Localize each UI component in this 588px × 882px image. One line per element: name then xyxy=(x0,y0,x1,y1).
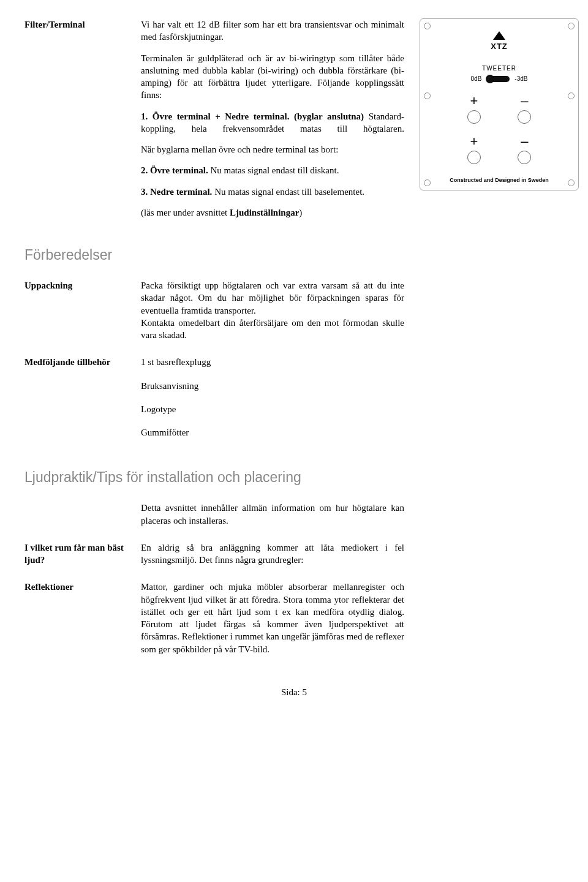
db-3-label: -3dB xyxy=(514,75,527,83)
tips-heading: Ljudpraktik/Tips för installation och pl… xyxy=(24,468,564,487)
terminal-panel-wrap: XTZ TWEETER 0dB -3dB + – xyxy=(410,18,579,227)
screw-icon xyxy=(424,179,431,186)
filter-p6-tail: Nu matas signal endast till baselementet… xyxy=(212,187,364,197)
binding-post-icon xyxy=(518,151,531,164)
terminal-panel: XTZ TWEETER 0dB -3dB + – xyxy=(420,18,579,190)
filter-p5-bold: 2. Övre terminal. xyxy=(141,165,208,175)
plus-icon: + xyxy=(470,94,478,108)
filter-p7-b: Ljudinställningar xyxy=(230,208,299,217)
unpack-p1: Packa försiktigt upp högtalaren och var … xyxy=(141,279,404,317)
accessory-item: Bruksanvisning xyxy=(141,380,404,392)
unpack-p2: Kontakta omedelbart din återförsäljare o… xyxy=(141,317,404,342)
unpack-label: Uppackning xyxy=(24,279,141,341)
binding-post-icon xyxy=(518,110,531,124)
filter-p3: 1. Övre terminal + Nedre terminal. (bygl… xyxy=(141,110,404,135)
unpack-section: Uppackning Packa försiktigt upp högtalar… xyxy=(24,279,564,341)
binding-post-icon xyxy=(467,151,481,164)
reflections-section: Reflektioner Mattor, gardiner och mjuka … xyxy=(24,581,564,655)
room-section: I vilket rum får man bäst ljud? En aldri… xyxy=(24,541,564,567)
tips-intro-body: Detta avsnittet innehåller allmän inform… xyxy=(141,502,410,527)
accessory-item: 1 st basreflexplugg xyxy=(141,356,404,368)
reflections-body: Mattor, gardiner och mjuka möbler absorb… xyxy=(141,581,410,655)
filter-terminal-section: Filter/Terminal Vi har valt ett 12 dB fi… xyxy=(24,18,564,227)
filter-p7: (läs mer under avsnittet Ljudinställning… xyxy=(141,206,404,219)
screw-icon xyxy=(568,92,575,99)
screw-icon xyxy=(424,23,431,29)
accessories-section: Medföljande tillbehör 1 st basreflexplug… xyxy=(24,356,564,450)
filter-p6-bold: 3. Nedre terminal. xyxy=(141,187,212,197)
screw-icon xyxy=(568,23,575,29)
filter-p3-bold: 1. Övre terminal + Nedre terminal. (bygl… xyxy=(141,111,364,121)
upper-post-row xyxy=(429,110,570,124)
room-label: I vilket rum får man bäst ljud? xyxy=(24,541,141,567)
room-body: En aldrig så bra anläggning kommer att l… xyxy=(141,541,410,567)
switch-knob-icon xyxy=(486,75,494,83)
filter-p7-a: (läs mer under avsnittet xyxy=(141,208,230,217)
lower-post-row xyxy=(429,151,570,164)
upper-pm-row: + – xyxy=(429,94,570,108)
logo-triangle-icon xyxy=(493,31,505,40)
xtz-logo: XTZ xyxy=(491,31,508,52)
tweeter-label: TWEETER xyxy=(429,64,570,73)
reflections-label: Reflektioner xyxy=(24,581,141,655)
unpack-body: Packa försiktigt upp högtalaren och var … xyxy=(141,279,410,341)
filter-label: Filter/Terminal xyxy=(24,18,141,227)
switch-track-icon xyxy=(486,76,510,82)
filter-p7-c: ) xyxy=(299,208,302,217)
filter-p4: När byglarna mellan övre och nedre termi… xyxy=(141,143,404,156)
lower-pm-row: + – xyxy=(429,135,570,148)
filter-body: Vi har valt ett 12 dB filter som har ett… xyxy=(141,18,410,227)
page-footer: Sida: 5 xyxy=(24,686,564,698)
accessories-body: 1 st basreflexplugg Bruksanvisning Logot… xyxy=(141,356,410,450)
binding-post-icon xyxy=(467,110,481,124)
tweeter-switch: 0dB -3dB xyxy=(429,75,570,83)
screw-icon xyxy=(568,179,575,186)
filter-p5: 2. Övre terminal. Nu matas signal endast… xyxy=(141,164,404,176)
lower-terminal-block: + – xyxy=(429,135,570,164)
db-0-label: 0dB xyxy=(471,75,482,83)
filter-p6: 3. Nedre terminal. Nu matas signal endas… xyxy=(141,186,404,198)
panel-footer: Constructed and Designed in Sweden xyxy=(429,176,570,184)
plus-icon: + xyxy=(470,135,478,148)
minus-icon: – xyxy=(521,135,528,148)
tips-intro-section: Detta avsnittet innehåller allmän inform… xyxy=(24,502,564,527)
filter-p5-tail: Nu matas signal endast till diskant. xyxy=(208,165,339,175)
accessory-item: Logotype xyxy=(141,403,404,415)
tips-intro-label xyxy=(24,502,141,527)
accessory-item: Gummifötter xyxy=(141,426,404,439)
minus-icon: – xyxy=(521,94,528,108)
logo-text: XTZ xyxy=(491,41,508,52)
filter-p2: Terminalen är guldpläterad och är av bi-… xyxy=(141,52,404,102)
upper-terminal-block: + – xyxy=(429,94,570,124)
prep-heading: Förberedelser xyxy=(24,246,564,265)
screw-icon xyxy=(424,92,431,99)
filter-p1: Vi har valt ett 12 dB filter som har ett… xyxy=(141,18,404,43)
accessories-label: Medföljande tillbehör xyxy=(24,356,141,450)
